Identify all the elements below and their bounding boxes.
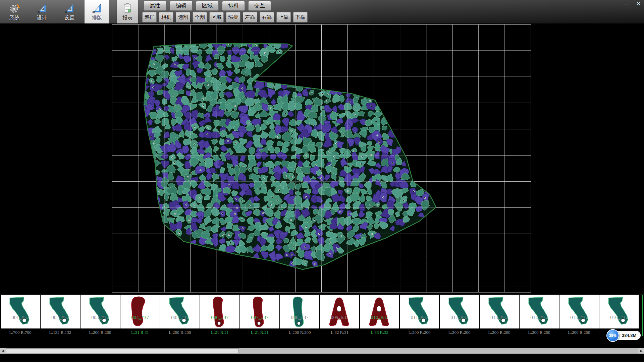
piece-thumbnail-013_#37[interactable]: 013_#37L:200 R:200 xyxy=(480,295,519,328)
main-tab-system[interactable]: 系统 xyxy=(2,0,27,23)
tool-button-2[interactable]: 选割 xyxy=(176,12,190,22)
piece-shape xyxy=(3,296,38,328)
piece-lr-count: L:200 R:200 xyxy=(520,329,559,336)
gear-icon xyxy=(9,3,20,14)
piece-id-label: 014_#37 xyxy=(520,315,559,320)
tool-button-1[interactable]: 相机 xyxy=(159,12,173,22)
piece-shape xyxy=(202,296,237,328)
piece-shape xyxy=(601,296,636,328)
piece-id-label: 001_#37 xyxy=(1,315,40,320)
piece-thumbnail-005_#37[interactable]: 005_#37L:200 R:200 xyxy=(160,295,200,328)
status-badge: 38% 384.8M xyxy=(606,329,641,342)
piece-lr-count: L:200 R:200 xyxy=(280,329,319,336)
window-controls: — ✕ xyxy=(623,1,642,7)
piece-thumbnail-010_#37[interactable]: 010_#37L:33 R:32 xyxy=(360,295,399,328)
scrollbar-thumb[interactable] xyxy=(6,348,239,353)
horizontal-scrollbar[interactable]: ◀ ▶ xyxy=(0,348,644,354)
piece-thumbnail-009_#37[interactable]: 009_#37L:32 R:31 xyxy=(320,295,359,328)
progress-circle: 38% xyxy=(606,329,619,342)
piece-thumbnail-011_#37[interactable]: 011_#37L:200 R:200 xyxy=(400,295,439,328)
minimize-icon[interactable]: — xyxy=(623,1,630,7)
piece-lr-count: L:700 R:700 xyxy=(1,329,40,336)
piece-lr-count: L:200 R:200 xyxy=(559,329,599,336)
main-tab-label: 报表 xyxy=(122,15,132,21)
piece-thumbnail-015_#37[interactable]: 015_#37L:200 R:200 xyxy=(559,295,599,328)
piece-id-label: 011_#37 xyxy=(400,315,439,320)
nesting-canvas-area[interactable] xyxy=(0,23,644,295)
tool-button-9[interactable]: 下靠 xyxy=(293,12,308,22)
piece-shape xyxy=(43,296,77,328)
piece-lr-count: L:200 R:200 xyxy=(480,329,519,336)
piece-thumbnail-002_#37[interactable]: 002_#37L:132 R:132 xyxy=(41,295,80,328)
scroll-right-icon[interactable]: ▶ xyxy=(638,348,644,354)
piece-thumbnail-007_#37[interactable]: 007_#37L:21 R:21 xyxy=(240,295,279,328)
piece-id-label: 006_#37 xyxy=(200,315,239,320)
piece-id-label: 008_#37 xyxy=(280,315,319,320)
menu-tab-bar: 属性编辑区域排料交互 xyxy=(144,1,271,11)
piece-id-label: 010_#37 xyxy=(360,315,399,320)
tool-button-4[interactable]: 区域 xyxy=(209,12,224,22)
piece-id-label: 004_#37 xyxy=(120,315,160,320)
piece-lr-count: L:32 R:31 xyxy=(320,329,359,336)
main-tab-label: 系统 xyxy=(9,15,19,21)
main-tab-design[interactable]: 设计 xyxy=(30,0,54,23)
piece-id-label: 015_#37 xyxy=(559,315,599,320)
piece-thumbnail-014_#37[interactable]: 014_#37L:200 R:200 xyxy=(520,295,559,328)
piece-thumbnail-strip: 001_#37L:700 R:700002_#37L:132 R:132003_… xyxy=(0,295,644,336)
piece-lr-count: L:200 R:200 xyxy=(160,329,200,336)
piece-shape xyxy=(162,296,197,328)
main-tab-report[interactable]: 报表 xyxy=(117,0,138,23)
piece-shape xyxy=(242,296,277,328)
set-square-icon xyxy=(36,3,48,14)
menu-tab-0[interactable]: 属性 xyxy=(144,1,166,11)
menu-tab-1[interactable]: 编辑 xyxy=(170,1,193,11)
piece-shape xyxy=(122,296,157,328)
main-tab-label: 设计 xyxy=(37,15,47,21)
piece-id-label: 005_#37 xyxy=(160,315,200,320)
piece-id-label: 016_#37 xyxy=(599,315,639,320)
piece-thumbnail-016_#37[interactable]: 016_#37L:200 R:200 xyxy=(599,295,639,328)
piece-lr-count: L:132 R:132 xyxy=(41,329,80,336)
close-icon[interactable]: ✕ xyxy=(635,1,642,7)
piece-shape xyxy=(322,296,357,328)
piece-shape xyxy=(561,296,596,328)
piece-thumbnail-006_#37[interactable]: 006_#37L:21 R:21 xyxy=(200,295,239,328)
piece-thumbnail-012_#37[interactable]: 012_#37L:200 R:200 xyxy=(440,295,479,328)
piece-thumbnail-004_#37[interactable]: 004_#37L:31 R:31 xyxy=(120,295,160,328)
piece-shape xyxy=(282,296,317,328)
tool-button-8[interactable]: 上靠 xyxy=(276,12,291,22)
piece-id-label: 012_#37 xyxy=(440,315,479,320)
piece-id-label: 009_#37 xyxy=(320,315,359,320)
menu-tab-2[interactable]: 区域 xyxy=(196,1,219,11)
menu-tab-4[interactable]: 交互 xyxy=(248,1,271,11)
piece-thumbnail-003_#37[interactable]: 003_#37L:200 R:200 xyxy=(80,295,120,328)
toolbar: 系统设计设置排版报表 属性编辑区域排料交互 聚排相机选割全割区域瑕疵左靠右靠上靠… xyxy=(0,0,644,24)
piece-id-label: 007_#37 xyxy=(240,315,279,320)
nesting-canvas[interactable] xyxy=(0,23,644,295)
piece-shape xyxy=(482,296,517,328)
piece-thumbnail-008_#37[interactable]: 008_#37L:200 R:200 xyxy=(280,295,319,328)
piece-thumbnail-001_#37[interactable]: 001_#37L:700 R:700 xyxy=(1,295,40,328)
piece-shape xyxy=(83,296,117,328)
menu-tab-3[interactable]: 排料 xyxy=(222,1,245,11)
tool-button-3[interactable]: 全割 xyxy=(193,12,207,22)
tool-button-0[interactable]: 聚排 xyxy=(142,12,157,22)
tool-button-7[interactable]: 右靠 xyxy=(260,12,274,22)
piece-shape xyxy=(362,296,397,328)
tool-button-6[interactable]: 左靠 xyxy=(243,12,257,22)
piece-id-label: 003_#37 xyxy=(80,315,120,320)
main-tab-setup[interactable]: 设置 xyxy=(57,0,82,23)
piece-shape xyxy=(442,296,477,328)
scroll-left-icon[interactable]: ◀ xyxy=(0,348,6,354)
main-tab-nesting[interactable]: 排版 xyxy=(85,0,109,23)
tool-button-row: 聚排相机选割全割区域瑕疵左靠右靠上靠下靠 xyxy=(142,12,308,22)
piece-id-label: 002_#37 xyxy=(41,315,80,320)
main-tab-label: 设置 xyxy=(64,15,74,21)
tool-button-5[interactable]: 瑕疵 xyxy=(226,12,240,22)
piece-lr-count: L:200 R:200 xyxy=(440,329,479,336)
piece-lr-count: L:33 R:32 xyxy=(360,329,399,336)
piece-lr-count: L:21 R:21 xyxy=(240,329,279,336)
piece-shape xyxy=(522,296,556,328)
piece-lr-count: L:200 R:200 xyxy=(80,329,120,336)
piece-lr-count: L:200 R:200 xyxy=(400,329,439,336)
